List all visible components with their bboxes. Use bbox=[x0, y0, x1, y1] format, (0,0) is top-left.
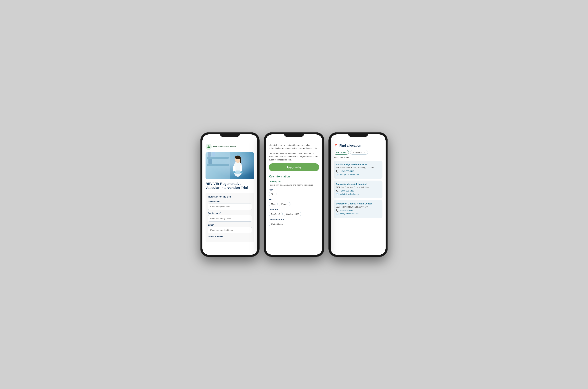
phone-location: 📍 Find a location Pacific US Southwest U… bbox=[329, 132, 387, 257]
svg-rect-14 bbox=[207, 157, 229, 159]
lab-background bbox=[206, 152, 230, 179]
location-card-0: Pacific Ridge Medical Center 1450 Ocean … bbox=[334, 161, 382, 179]
svg-point-5 bbox=[235, 156, 241, 159]
family-name-field: Family name* bbox=[208, 212, 252, 222]
location-phone-1: 📞 +1 585-535-6410 bbox=[336, 190, 380, 192]
location-name-1: Cascadia Memorial Hospital bbox=[336, 183, 380, 185]
sex-tags: Male Female bbox=[269, 202, 319, 206]
location-name-2: Evergreen Coastal Health Center bbox=[336, 202, 380, 205]
age-tags: 18+ bbox=[269, 192, 319, 196]
filter-tabs: Pacific US Southwest US bbox=[334, 150, 382, 155]
sex-tag-female: Female bbox=[279, 202, 290, 206]
looking-for-title: Looking for bbox=[269, 180, 319, 183]
register-title: Register for the trial bbox=[208, 195, 252, 198]
location-tags: Pacific US Southwest US bbox=[269, 212, 319, 216]
svg-point-10 bbox=[240, 171, 243, 173]
age-tag: 18+ bbox=[269, 192, 277, 196]
body-text-2: Consectetur aliquam sit amet lobortis. S… bbox=[269, 152, 319, 162]
location-label: Location bbox=[269, 208, 319, 211]
phone-screen-2: aliquet sit pharetra eget erat integer a… bbox=[266, 134, 322, 255]
email-label: Email* bbox=[208, 224, 252, 226]
find-location-title: Find a location bbox=[339, 144, 361, 147]
family-name-input[interactable] bbox=[208, 215, 252, 222]
notch-3 bbox=[348, 132, 368, 137]
svg-rect-7 bbox=[233, 166, 236, 172]
register-section: Register for the trial Given name* Famil… bbox=[206, 193, 254, 242]
svg-rect-11 bbox=[236, 170, 240, 174]
phone-inner-3: 📍 Find a location Pacific US Southwest U… bbox=[331, 134, 385, 255]
email-field: Email* bbox=[208, 224, 252, 233]
location-address-2: 5237 Fernwood Ln, Seattle, WA 98109 bbox=[336, 206, 380, 208]
body-text-1: aliquet sit pharetra eget erat integer a… bbox=[269, 144, 319, 150]
phone-label: Phone number* bbox=[208, 235, 252, 238]
location-email-2: ✉️ echc@clinicaltrials.com bbox=[336, 212, 380, 215]
svg-rect-18 bbox=[208, 159, 212, 164]
phone-field: Phone number* bbox=[208, 235, 252, 238]
svg-rect-15 bbox=[207, 164, 229, 166]
phone2-content: aliquet sit pharetra eget erat integer a… bbox=[266, 141, 322, 232]
filter-tab-pacific[interactable]: Pacific US bbox=[334, 150, 349, 155]
svg-point-6 bbox=[240, 158, 241, 163]
phone-icon-2: 📞 bbox=[336, 209, 339, 212]
location-phone-0: 📞 +1 585-535-6410 bbox=[336, 170, 380, 172]
location-email-0: ✉️ prmc@clinicaltrials.com bbox=[336, 173, 380, 176]
sex-label: Sex bbox=[269, 198, 319, 201]
compensation-tag: Up to $6,400 bbox=[269, 222, 285, 226]
compensation-tags: Up to $6,400 bbox=[269, 222, 319, 226]
location-phone-2: 📞 +1 585-535-6410 bbox=[336, 209, 380, 212]
phone3-content: 📍 Find a location Pacific US Southwest U… bbox=[331, 141, 385, 223]
age-label: Age bbox=[269, 188, 319, 191]
key-info-title: Key information bbox=[269, 175, 319, 178]
lab-scientist-illustration bbox=[229, 154, 247, 178]
phone1-content: EverPeak Research Network bbox=[203, 141, 257, 246]
family-name-label: Family name* bbox=[208, 212, 252, 214]
location-pin-icon: 📍 bbox=[334, 144, 338, 148]
location-tag-pacific: Pacific US bbox=[269, 212, 283, 216]
phone-screen-1: EverPeak Research Network bbox=[203, 134, 257, 255]
apply-today-button[interactable]: Apply today bbox=[269, 163, 319, 171]
email-icon-0: ✉️ bbox=[336, 173, 339, 176]
everpeak-logo-icon bbox=[206, 144, 212, 150]
compensation-label: Compensation bbox=[269, 218, 319, 221]
phone-screen-3: 📍 Find a location Pacific US Southwest U… bbox=[331, 134, 385, 255]
location-card-2: Evergreen Coastal Health Center 5237 Fer… bbox=[334, 200, 382, 218]
phone-icon-1: 📞 bbox=[336, 190, 339, 192]
logo-area: EverPeak Research Network bbox=[206, 144, 254, 150]
hero-image bbox=[206, 152, 254, 179]
svg-point-9 bbox=[233, 171, 236, 173]
trial-title: REVIVE: Regenerative Vascular Interventi… bbox=[206, 182, 254, 190]
svg-rect-16 bbox=[208, 152, 211, 157]
looking-for-text: People with disease name and healthy vol… bbox=[269, 184, 319, 186]
email-icon-1: ✉️ bbox=[336, 193, 339, 195]
phones-container: EverPeak Research Network bbox=[201, 132, 387, 257]
notch-1 bbox=[220, 132, 240, 137]
email-input[interactable] bbox=[208, 227, 252, 233]
location-tag-southwest: Southwest US bbox=[284, 212, 301, 216]
phone-inner-2: aliquet sit pharetra eget erat integer a… bbox=[266, 134, 322, 255]
location-address-0: 1450 Ocean Breeze Blvd, Monterey, CA 939… bbox=[336, 167, 380, 169]
svg-rect-17 bbox=[212, 152, 215, 157]
logo-text: EverPeak Research Network bbox=[213, 146, 236, 148]
find-location-header: 📍 Find a location bbox=[334, 144, 382, 148]
location-card-1: Cascadia Memorial Hospital 2101 Pine Cre… bbox=[334, 181, 382, 198]
notch-2 bbox=[284, 132, 304, 137]
given-name-input[interactable] bbox=[208, 203, 252, 210]
email-icon-2: ✉️ bbox=[336, 212, 339, 215]
svg-rect-8 bbox=[240, 166, 242, 172]
locations-count: 3 locations found bbox=[334, 157, 382, 159]
given-name-field: Given name* bbox=[208, 200, 252, 210]
phone-registration: EverPeak Research Network bbox=[201, 132, 259, 257]
given-name-label: Given name* bbox=[208, 200, 252, 203]
location-address-1: 2101 Pine Crest Ave, Eugene, OR 97401 bbox=[336, 186, 380, 188]
phone-inner-1: EverPeak Research Network bbox=[203, 134, 257, 255]
phone-icon-0: 📞 bbox=[336, 170, 339, 172]
filter-tab-southwest[interactable]: Southwest US bbox=[350, 150, 368, 155]
phone-key-info: aliquet sit pharetra eget erat integer a… bbox=[264, 132, 324, 257]
location-email-1: ✉️ cmh@clinicaltrials.com bbox=[336, 193, 380, 195]
location-name-0: Pacific Ridge Medical Center bbox=[336, 163, 380, 166]
sex-tag-male: Male bbox=[269, 202, 278, 206]
